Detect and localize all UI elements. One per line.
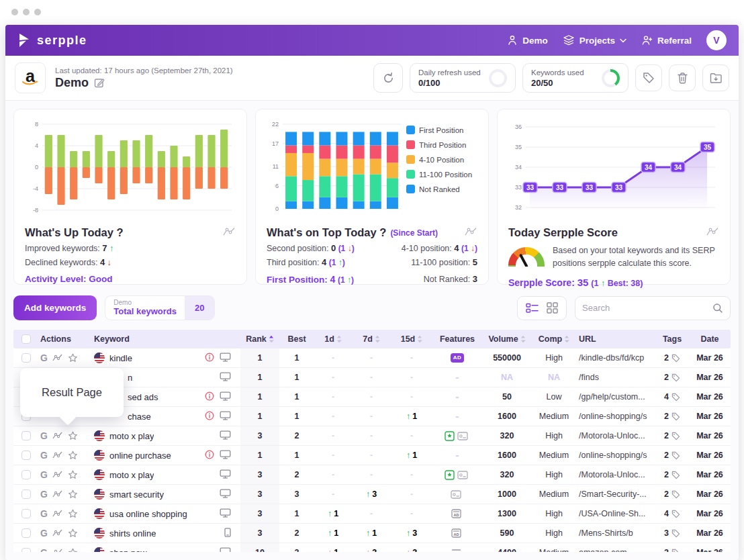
google-icon[interactable]: G bbox=[40, 430, 48, 441]
keyword-cell[interactable]: shop now bbox=[91, 547, 240, 553]
nav-item-demo[interactable]: Demo bbox=[507, 35, 548, 46]
table-row[interactable]: G smart security 3 3 - ↑ 3 - 1000 Medium… bbox=[13, 485, 731, 504]
star-icon[interactable] bbox=[68, 548, 78, 552]
refresh-button[interactable] bbox=[373, 63, 403, 93]
trend-icon[interactable] bbox=[52, 549, 63, 552]
window-dot[interactable] bbox=[11, 9, 18, 15]
desktop-icon[interactable] bbox=[220, 353, 231, 364]
table-row[interactable]: G kindle 1 1 - - - AD 550000 High /kindl… bbox=[13, 348, 731, 368]
tags-cell[interactable]: 2 bbox=[655, 470, 689, 479]
tags-cell[interactable]: 2 bbox=[655, 373, 689, 382]
trend-icon[interactable] bbox=[52, 510, 63, 518]
window-dot[interactable] bbox=[23, 9, 30, 15]
google-icon[interactable]: G bbox=[40, 450, 48, 461]
row-checkbox[interactable] bbox=[13, 353, 38, 363]
keyword-cell[interactable]: kindle bbox=[91, 353, 240, 364]
tags-button[interactable] bbox=[635, 64, 662, 91]
tags-cell[interactable]: 2 bbox=[655, 431, 689, 440]
trend-icon[interactable] bbox=[52, 471, 63, 479]
table-row[interactable]: G usa online shopping 3 1 ↑ 1 - - AD 130… bbox=[13, 504, 731, 524]
keyword-cell[interactable]: smart security bbox=[91, 489, 240, 500]
info-icon[interactable] bbox=[205, 391, 214, 403]
trend-icon[interactable] bbox=[52, 490, 63, 498]
table-row[interactable]: G shop now 10 3 ↓ 1 ↓ 3 ↓ 3 4400 Medium … bbox=[13, 543, 731, 552]
nav-item-projects[interactable]: Projects bbox=[563, 35, 626, 46]
desktop-icon[interactable] bbox=[220, 469, 231, 481]
table-row[interactable]: G moto x play 3 2 - - - 320 High /Motoro… bbox=[13, 426, 731, 446]
info-icon[interactable] bbox=[205, 353, 214, 364]
tags-cell[interactable]: 3 bbox=[655, 528, 689, 538]
keyword-cell[interactable]: usa online shopping bbox=[91, 508, 240, 520]
star-icon[interactable] bbox=[68, 528, 78, 538]
google-icon[interactable]: G bbox=[40, 528, 48, 539]
tags-cell[interactable]: 2 bbox=[655, 548, 689, 552]
tags-cell[interactable]: 4 bbox=[655, 509, 689, 518]
trend-icon[interactable] bbox=[52, 529, 63, 537]
desktop-icon[interactable] bbox=[220, 450, 231, 461]
search-input[interactable] bbox=[582, 303, 712, 313]
column-header-volume[interactable]: Volume bbox=[482, 334, 532, 344]
trend-corner-icon[interactable] bbox=[464, 227, 477, 239]
desktop-icon[interactable] bbox=[220, 508, 231, 520]
google-icon[interactable]: G bbox=[40, 508, 48, 519]
keyword-cell[interactable]: online purchase bbox=[91, 450, 240, 461]
star-icon[interactable] bbox=[68, 470, 78, 479]
edit-icon[interactable] bbox=[94, 77, 105, 88]
trend-corner-icon[interactable] bbox=[706, 227, 719, 239]
grid-view-icon[interactable] bbox=[547, 302, 558, 314]
table-row[interactable]: G moto x play 3 2 - - - 320 High /Motoro… bbox=[13, 465, 731, 485]
tags-cell[interactable]: 2 bbox=[655, 489, 689, 499]
table-row[interactable]: G online purchase 1 1 - - ↑ 1 - 1600 Med… bbox=[13, 446, 731, 465]
tags-cell[interactable]: 2 bbox=[655, 412, 689, 421]
desktop-icon[interactable] bbox=[220, 411, 231, 422]
list-view-icon[interactable] bbox=[526, 303, 539, 314]
star-icon[interactable] bbox=[68, 509, 78, 518]
google-icon[interactable]: G bbox=[40, 469, 48, 480]
google-icon[interactable]: G bbox=[40, 547, 48, 552]
desktop-icon[interactable] bbox=[220, 372, 231, 383]
select-all-checkbox[interactable] bbox=[13, 334, 38, 344]
column-header-rank[interactable]: Rank bbox=[240, 334, 279, 344]
desktop-icon[interactable] bbox=[220, 430, 231, 442]
search-icon[interactable] bbox=[712, 303, 723, 314]
star-icon[interactable] bbox=[68, 451, 78, 460]
tags-cell[interactable]: 2 bbox=[655, 353, 689, 363]
row-checkbox[interactable] bbox=[13, 489, 38, 499]
tags-cell[interactable]: 4 bbox=[655, 392, 689, 402]
table-row[interactable]: G shirts online 3 2 ↑ 1 ↑ 1 ↑ 3 AD 590 H… bbox=[13, 524, 731, 543]
trend-icon[interactable] bbox=[52, 432, 63, 440]
keyword-cell[interactable]: moto x play bbox=[91, 430, 240, 442]
trend-corner-icon[interactable] bbox=[222, 227, 236, 239]
total-keywords-chip[interactable]: Demo Total keywords 20 bbox=[105, 295, 215, 320]
desktop-icon[interactable] bbox=[220, 489, 231, 500]
google-icon[interactable]: G bbox=[40, 489, 48, 500]
desktop-icon[interactable] bbox=[220, 547, 231, 553]
column-header-1d[interactable]: 1d bbox=[314, 334, 352, 344]
google-icon[interactable]: G bbox=[40, 353, 48, 363]
keyword-cell[interactable]: shirts online bbox=[91, 528, 240, 539]
nav-item-referral[interactable]: Referral bbox=[641, 35, 692, 46]
row-checkbox[interactable] bbox=[13, 470, 38, 479]
delete-button[interactable] bbox=[669, 64, 696, 91]
mobile-icon[interactable] bbox=[224, 528, 231, 539]
column-header-7d[interactable]: 7d bbox=[352, 334, 391, 344]
trend-icon[interactable] bbox=[52, 451, 63, 459]
star-icon[interactable] bbox=[68, 353, 78, 363]
window-controls[interactable] bbox=[0, 0, 744, 15]
column-header-comp[interactable]: Comp bbox=[532, 334, 576, 344]
info-icon[interactable] bbox=[205, 411, 214, 422]
row-checkbox[interactable] bbox=[13, 451, 38, 460]
export-button[interactable] bbox=[702, 64, 729, 91]
row-checkbox[interactable] bbox=[13, 548, 38, 552]
desktop-icon[interactable] bbox=[220, 391, 231, 403]
avatar[interactable]: V bbox=[706, 30, 727, 50]
star-icon[interactable] bbox=[68, 431, 78, 440]
info-icon[interactable] bbox=[205, 450, 214, 461]
star-icon[interactable] bbox=[68, 489, 78, 499]
window-dot[interactable] bbox=[34, 9, 41, 15]
row-checkbox[interactable] bbox=[13, 509, 38, 518]
brand-logo[interactable]: serpple bbox=[17, 33, 87, 48]
column-header-15d[interactable]: 15d bbox=[391, 334, 432, 344]
keyword-cell[interactable]: moto x play bbox=[91, 469, 240, 481]
trend-icon[interactable] bbox=[52, 354, 63, 362]
